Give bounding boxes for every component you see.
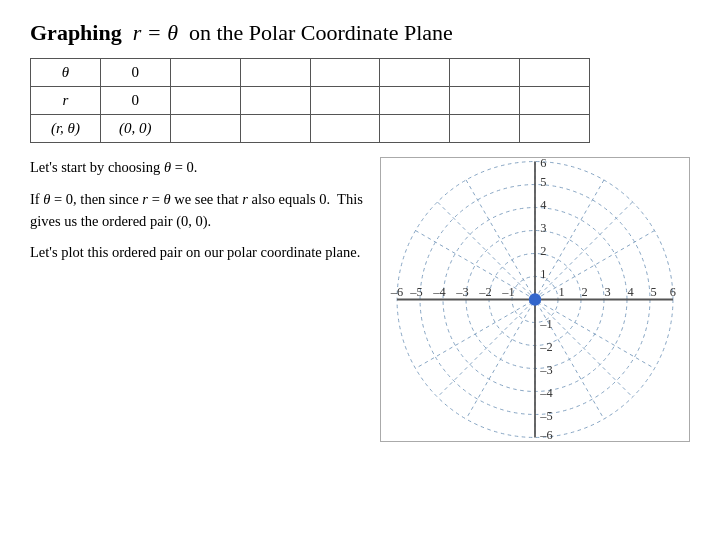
values-table: θ 0 r 0 (30, 58, 590, 143)
text-section: Let's start by choosing θ = 0. If θ = 0,… (30, 157, 370, 274)
cell-r-2 (240, 87, 310, 115)
cell-theta-1 (170, 59, 240, 87)
cell-pair-1 (170, 115, 240, 143)
title-suffix: on the Polar Coordinate Plane (189, 20, 453, 45)
cell-theta-0: 0 (100, 59, 170, 87)
polar-graph-container: 1 2 3 4 5 6 –1 –2 –3 –4 –5 –6 1 2 3 4 5 … (380, 157, 700, 447)
cell-theta-4 (380, 59, 450, 87)
y-label-4: 4 (540, 198, 546, 212)
axis-label-1: 1 (558, 285, 564, 299)
cell-pair-3 (310, 115, 380, 143)
y-label-1: 1 (540, 267, 546, 281)
title-equation: r = θ (133, 20, 178, 45)
y-label-neg1: –1 (539, 317, 552, 331)
page-title: Graphing r = θ on the Polar Coordinate P… (30, 20, 690, 46)
cell-pair-5 (450, 115, 520, 143)
table-row-pair: (r, θ) (0, 0) (31, 115, 590, 143)
y-label-neg2: –2 (539, 340, 552, 354)
y-label-neg6: –6 (539, 428, 552, 442)
content-row: Let's start by choosing θ = 0. If θ = 0,… (30, 157, 690, 447)
cell-r-label: r (31, 87, 101, 115)
table-row-r: r 0 (31, 87, 590, 115)
plotted-point (530, 294, 541, 305)
axis-label-6: 6 (670, 285, 676, 299)
axis-label-neg4: –4 (432, 285, 445, 299)
cell-pair-2 (240, 115, 310, 143)
cell-pair-4 (380, 115, 450, 143)
cell-theta-3 (310, 59, 380, 87)
axis-label-neg6: –6 (390, 285, 403, 299)
cell-theta-6 (520, 59, 590, 87)
y-label-neg5: –5 (539, 409, 552, 423)
axis-label-5: 5 (650, 285, 656, 299)
cell-pair-label: (r, θ) (31, 115, 101, 143)
axis-label-3: 3 (604, 285, 610, 299)
cell-r-3 (310, 87, 380, 115)
cell-pair-0: (0, 0) (100, 115, 170, 143)
y-label-neg4: –4 (539, 386, 552, 400)
data-table-container: θ 0 r 0 (30, 58, 690, 143)
axis-label-neg5: –5 (409, 285, 422, 299)
paragraph-3: Let's plot this ordered pair on our pola… (30, 242, 370, 264)
title-graphing: Graphing (30, 20, 122, 45)
axis-label-neg3: –3 (455, 285, 468, 299)
axis-label-neg1: –1 (501, 285, 514, 299)
cell-r-1 (170, 87, 240, 115)
axis-label-4: 4 (627, 285, 633, 299)
table-row-theta: θ 0 (31, 59, 590, 87)
cell-r-4 (380, 87, 450, 115)
axis-label-neg2: –2 (478, 285, 491, 299)
cell-r-0: 0 (100, 87, 170, 115)
y-label-5: 5 (540, 175, 546, 189)
cell-theta-label: θ (31, 59, 101, 87)
y-label-3: 3 (540, 221, 546, 235)
polar-graph-svg: 1 2 3 4 5 6 –1 –2 –3 –4 –5 –6 1 2 3 4 5 … (380, 157, 690, 442)
y-label-6: 6 (540, 157, 546, 170)
y-label-2: 2 (540, 244, 546, 258)
page: Graphing r = θ on the Polar Coordinate P… (0, 0, 720, 540)
paragraph-2: If θ = 0, then since r = θ we see that r… (30, 189, 370, 233)
cell-r-5 (450, 87, 520, 115)
y-label-neg3: –3 (539, 363, 552, 377)
cell-theta-2 (240, 59, 310, 87)
axis-label-2: 2 (581, 285, 587, 299)
paragraph-1: Let's start by choosing θ = 0. (30, 157, 370, 179)
cell-theta-5 (450, 59, 520, 87)
cell-r-6 (520, 87, 590, 115)
cell-pair-6 (520, 115, 590, 143)
